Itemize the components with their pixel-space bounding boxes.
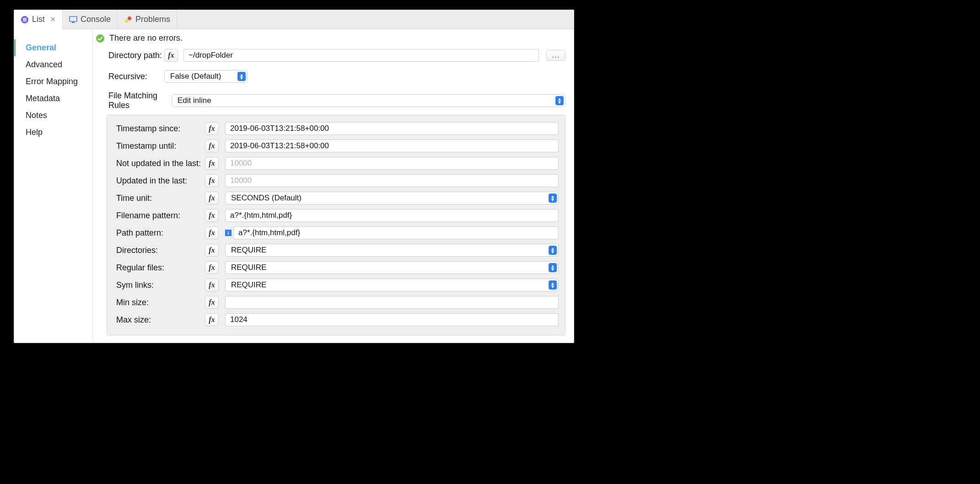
sidebar-item-error-mapping[interactable]: Error Mapping — [14, 73, 92, 90]
label-updated: Updated in the last: — [113, 176, 205, 186]
label-directory-path: Directory path: — [93, 51, 164, 60]
list-icon — [21, 16, 29, 24]
fx-button[interactable]: fx — [205, 174, 219, 187]
svg-rect-3 — [23, 21, 27, 22]
fx-button[interactable]: fx — [205, 140, 219, 152]
regular-files-select[interactable]: REQUIRE ▲▼ — [225, 261, 559, 274]
fx-button[interactable]: fx — [205, 244, 219, 257]
fx-button[interactable]: fx — [205, 209, 219, 222]
max-size-input[interactable] — [225, 313, 559, 326]
fx-button[interactable]: fx — [205, 122, 219, 135]
select-value: REQUIRE — [231, 280, 266, 290]
time-unit-select[interactable]: SECONDS (Default) ▲▼ — [225, 192, 559, 204]
chevron-updown-icon: ▲▼ — [550, 264, 555, 271]
label-file-matching-rules: File Matching Rules — [93, 91, 172, 110]
min-size-input[interactable] — [225, 296, 559, 309]
app-window: List ✕ Console Problems General Advanced… — [14, 10, 574, 343]
file-matching-rules-select[interactable]: Edit inline ▲▼ — [172, 94, 565, 107]
label-path-pattern: Path pattern: — [113, 228, 205, 238]
info-icon: i — [225, 230, 232, 236]
select-value: SECONDS (Default) — [231, 194, 302, 203]
svg-rect-1 — [23, 18, 27, 19]
status-text: There are no errors. — [109, 33, 183, 43]
row-file-matching-rules: File Matching Rules Edit inline ▲▼ — [93, 89, 565, 112]
fx-button[interactable]: fx — [164, 49, 178, 62]
svg-point-7 — [128, 16, 131, 20]
updated-input[interactable] — [225, 174, 559, 187]
row-directory-path: Directory path: fx ... — [93, 47, 565, 64]
chevron-updown-icon: ▲▼ — [550, 247, 555, 253]
select-value: REQUIRE — [231, 246, 266, 255]
browse-button[interactable]: ... — [546, 50, 565, 61]
timestamp-until-input[interactable] — [225, 140, 559, 152]
chevron-updown-icon: ▲▼ — [557, 97, 562, 104]
fx-button[interactable]: fx — [205, 261, 219, 274]
sidebar-item-advanced[interactable]: Advanced — [14, 56, 92, 73]
row-recursive: Recursive: False (Default) ▲▼ — [93, 68, 565, 85]
row-updated: Updated in the last: fx — [113, 172, 559, 189]
row-min-size: Min size: fx — [113, 294, 559, 311]
sidebar-item-label: General — [26, 43, 56, 52]
fx-button[interactable]: fx — [205, 296, 219, 309]
label-directories: Directories: — [113, 246, 205, 255]
tab-list[interactable]: List ✕ — [14, 10, 63, 29]
body: General Advanced Error Mapping Metadata … — [14, 29, 574, 343]
svg-point-6 — [125, 19, 129, 23]
filename-pattern-input[interactable] — [225, 209, 559, 222]
row-filename-pattern: Filename pattern: fx — [113, 207, 559, 224]
recursive-select[interactable]: False (Default) ▲▼ — [164, 70, 248, 83]
sidebar-item-label: Metadata — [26, 94, 60, 103]
row-time-unit: Time unit: fx SECONDS (Default) ▲▼ — [113, 189, 559, 207]
tab-label: Console — [81, 15, 111, 24]
label-timestamp-since: Timestamp since: — [113, 124, 205, 134]
sidebar-item-label: Advanced — [26, 60, 62, 69]
directories-select[interactable]: REQUIRE ▲▼ — [225, 244, 559, 257]
row-max-size: Max size: fx — [113, 311, 559, 328]
tab-console[interactable]: Console — [63, 10, 118, 29]
tab-problems[interactable]: Problems — [118, 10, 177, 29]
label-sym-links: Sym links: — [113, 280, 205, 290]
label-timestamp-until: Timestamp until: — [113, 141, 205, 151]
sidebar-item-help[interactable]: Help — [14, 124, 92, 141]
ok-check-icon — [96, 34, 105, 43]
select-value: Edit inline — [178, 96, 211, 105]
svg-point-8 — [96, 34, 104, 43]
svg-rect-5 — [72, 22, 75, 23]
fx-button[interactable]: fx — [205, 192, 219, 204]
fx-button[interactable]: fx — [205, 226, 219, 239]
fx-button[interactable]: fx — [205, 157, 219, 170]
chevron-updown-icon: ▲▼ — [550, 195, 555, 201]
sidebar: General Advanced Error Mapping Metadata … — [14, 29, 93, 343]
directory-path-input[interactable] — [183, 49, 539, 62]
sidebar-item-general[interactable]: General — [14, 39, 92, 56]
path-pattern-input[interactable] — [233, 226, 559, 239]
label-filename-pattern: Filename pattern: — [113, 211, 205, 220]
problems-icon — [124, 16, 132, 24]
row-timestamp-until: Timestamp until: fx — [113, 137, 559, 155]
form-area: Directory path: fx ... Recursive: False … — [93, 47, 574, 343]
label-max-size: Max size: — [113, 315, 205, 325]
sidebar-item-label: Notes — [26, 111, 47, 120]
sidebar-item-metadata[interactable]: Metadata — [14, 90, 92, 107]
not-updated-input[interactable] — [225, 157, 559, 170]
sym-links-select[interactable]: REQUIRE ▲▼ — [225, 279, 559, 291]
file-matching-rules-panel: Timestamp since: fx Timestamp until: fx … — [107, 115, 565, 335]
close-icon[interactable]: ✕ — [50, 15, 56, 24]
tab-bar: List ✕ Console Problems — [14, 10, 574, 29]
svg-rect-4 — [70, 16, 77, 22]
tab-label: Problems — [135, 15, 170, 24]
select-value: REQUIRE — [231, 263, 266, 272]
fx-button[interactable]: fx — [205, 313, 219, 326]
svg-rect-2 — [23, 19, 27, 20]
label-not-updated: Not updated in the last: — [113, 159, 205, 168]
status-bar: There are no errors. — [93, 29, 574, 47]
label-regular-files: Regular files: — [113, 263, 205, 273]
fx-button[interactable]: fx — [205, 279, 219, 291]
timestamp-since-input[interactable] — [225, 122, 559, 135]
main-panel: There are no errors. Directory path: fx … — [93, 29, 574, 343]
sidebar-item-notes[interactable]: Notes — [14, 107, 92, 124]
select-value: False (Default) — [170, 72, 221, 81]
row-timestamp-since: Timestamp since: fx — [113, 120, 559, 137]
tab-label: List — [32, 15, 45, 24]
label-recursive: Recursive: — [93, 72, 164, 81]
